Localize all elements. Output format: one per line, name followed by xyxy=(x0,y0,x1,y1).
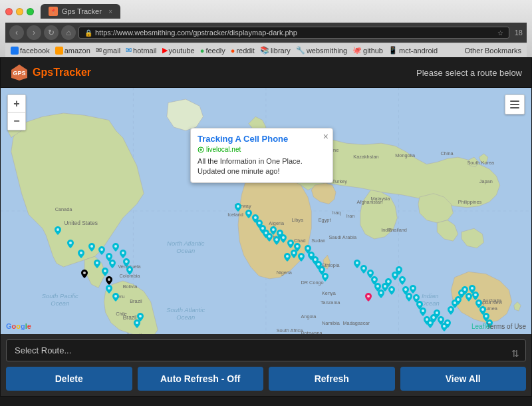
lock-icon: 🔒 xyxy=(84,29,92,37)
star-icon: ☆ xyxy=(497,29,503,37)
active-tab[interactable]: 📍 Gps Tracker × xyxy=(41,4,120,19)
svg-text:Peru: Peru xyxy=(114,294,124,300)
svg-text:Iran: Iran xyxy=(346,214,355,220)
svg-text:Angola: Angola xyxy=(301,313,317,319)
tab-label: Gps Tracker xyxy=(62,7,102,15)
svg-text:Indian: Indian xyxy=(422,292,439,300)
svg-text:Libya: Libya xyxy=(291,217,303,223)
popup-close-button[interactable]: × xyxy=(323,131,329,142)
svg-text:South Atlantic: South Atlantic xyxy=(166,306,205,313)
svg-text:Canada: Canada xyxy=(55,206,73,212)
svg-text:Kenya: Kenya xyxy=(322,290,336,296)
svg-text:United States: United States xyxy=(65,220,98,226)
map-popup: × Tracking A Cell Phone livelocal.net Al… xyxy=(190,128,333,183)
svg-text:Kazakhstan: Kazakhstan xyxy=(353,154,378,160)
traffic-lights xyxy=(5,8,34,15)
terms-of-use-link[interactable]: Terms of Use xyxy=(487,323,526,330)
svg-text:South Korea: South Korea xyxy=(467,160,495,166)
svg-text:Colombia: Colombia xyxy=(120,273,141,279)
svg-text:Ocean: Ocean xyxy=(51,300,69,307)
bookmark-mct-android[interactable]: 📱 mct-android xyxy=(388,46,438,55)
bookmark-amazon[interactable]: amazon xyxy=(55,47,90,55)
facebook-icon xyxy=(11,47,19,55)
svg-text:Ocean: Ocean xyxy=(421,300,440,307)
delete-button[interactable]: Delete xyxy=(6,367,132,391)
popup-source: livelocal.net xyxy=(198,146,326,153)
gmail-icon: ✉ xyxy=(96,46,102,55)
zoom-out-button[interactable]: − xyxy=(8,112,25,130)
refresh-button[interactable]: Refresh xyxy=(269,367,395,391)
link-icon xyxy=(198,146,204,153)
extension-count: 18 xyxy=(515,29,523,37)
browser-tabs: 📍 Gps Tracker × xyxy=(41,4,527,19)
svg-text:Sudan: Sudan xyxy=(311,238,325,244)
svg-text:North Atlantic: North Atlantic xyxy=(167,240,205,248)
svg-text:Iceland: Iceland xyxy=(227,212,243,218)
maximize-button[interactable] xyxy=(27,8,34,15)
hotmail-icon: ✉ xyxy=(126,46,132,55)
svg-text:India: India xyxy=(381,228,392,234)
minimize-button[interactable] xyxy=(16,8,23,15)
reddit-icon: ● xyxy=(231,47,235,55)
bookmarks-bar: facebook amazon ✉ gmail ✉ hotmail ▶ yout… xyxy=(5,43,527,57)
bookmark-hotmail[interactable]: ✉ hotmail xyxy=(126,46,156,55)
route-select[interactable]: Select Route... xyxy=(6,339,526,361)
app-header: GPS GpsTracker Please select a route bel… xyxy=(1,58,531,88)
svg-text:Argentina: Argentina xyxy=(126,332,148,334)
bookmark-feedly[interactable]: ● feedly xyxy=(200,47,225,55)
svg-text:Tanzania: Tanzania xyxy=(321,300,340,305)
action-buttons: Delete Auto Refresh - Off Refresh View A… xyxy=(6,367,526,391)
map-svg: South Pacific Ocean North Atlantic Ocean… xyxy=(1,88,531,334)
svg-text:Iraq: Iraq xyxy=(332,210,341,216)
svg-text:Brazil: Brazil xyxy=(130,298,142,304)
svg-rect-66 xyxy=(510,104,519,105)
svg-text:Chad: Chad xyxy=(294,238,306,244)
forward-button[interactable]: › xyxy=(27,25,41,40)
websmithing-icon: 🔧 xyxy=(296,46,305,55)
svg-text:Nigeria: Nigeria xyxy=(277,270,293,276)
svg-text:Ocean: Ocean xyxy=(176,247,195,254)
svg-text:Botswana: Botswana xyxy=(301,330,323,334)
svg-text:Saudi Arabia: Saudi Arabia xyxy=(329,234,357,240)
refresh-button[interactable]: ↻ xyxy=(44,25,59,40)
svg-text:Namibia: Namibia xyxy=(322,320,340,326)
app-logo: GPS GpsTracker xyxy=(10,63,91,82)
svg-text:Philippines: Philippines xyxy=(458,200,482,206)
svg-text:Niger: Niger xyxy=(273,234,285,240)
layers-icon xyxy=(509,99,521,110)
popup-source-text: livelocal.net xyxy=(206,146,241,153)
logo-icon: GPS xyxy=(10,63,29,82)
github-icon: 🐙 xyxy=(352,46,362,55)
auto-refresh-button[interactable]: Auto Refresh - Off xyxy=(138,367,264,391)
popup-content: All the Information in One Place. Update… xyxy=(198,156,326,177)
tab-favicon: 📍 xyxy=(49,7,58,16)
svg-text:GPS: GPS xyxy=(13,70,25,77)
app-container: GPS GpsTracker Please select a route bel… xyxy=(0,57,532,397)
svg-text:Mongolia: Mongolia xyxy=(395,152,416,158)
close-button[interactable] xyxy=(5,8,13,15)
url-text: https://www.websmithing.com/gpstracker/d… xyxy=(95,29,495,37)
address-bar[interactable]: 🔒 https://www.websmithing.com/gpstracker… xyxy=(78,27,509,39)
zoom-in-button[interactable]: + xyxy=(8,95,25,112)
back-button[interactable]: ‹ xyxy=(9,25,24,40)
bookmark-facebook[interactable]: facebook xyxy=(11,47,50,55)
tab-close-icon[interactable]: × xyxy=(108,8,112,15)
map-zoom-controls[interactable]: + − xyxy=(7,95,26,130)
svg-text:Japan: Japan xyxy=(479,178,493,184)
bookmark-reddit[interactable]: ● reddit xyxy=(231,47,255,55)
map-container[interactable]: South Pacific Ocean North Atlantic Ocean… xyxy=(1,88,531,334)
home-button[interactable]: ⌂ xyxy=(61,25,76,40)
bookmark-github[interactable]: 🐙 github xyxy=(352,46,383,55)
bookmark-youtube[interactable]: ▶ youtube xyxy=(162,46,195,55)
browser-nav: ‹ › ↻ ⌂ 🔒 https://www.websmithing.com/gp… xyxy=(5,23,527,43)
bookmark-library[interactable]: 📚 library xyxy=(260,46,291,55)
library-icon: 📚 xyxy=(260,46,269,55)
bookmark-other[interactable]: Other Bookmarks xyxy=(464,47,521,55)
bookmark-gmail[interactable]: ✉ gmail xyxy=(96,46,120,55)
svg-text:Madagascar: Madagascar xyxy=(343,320,370,326)
bookmark-websmithing[interactable]: 🔧 websmithing xyxy=(296,46,347,55)
view-all-button[interactable]: View All xyxy=(400,367,527,391)
svg-text:Algeria: Algeria xyxy=(269,220,285,226)
map-layers-button[interactable] xyxy=(505,95,525,114)
svg-text:Guinea: Guinea xyxy=(481,305,498,311)
